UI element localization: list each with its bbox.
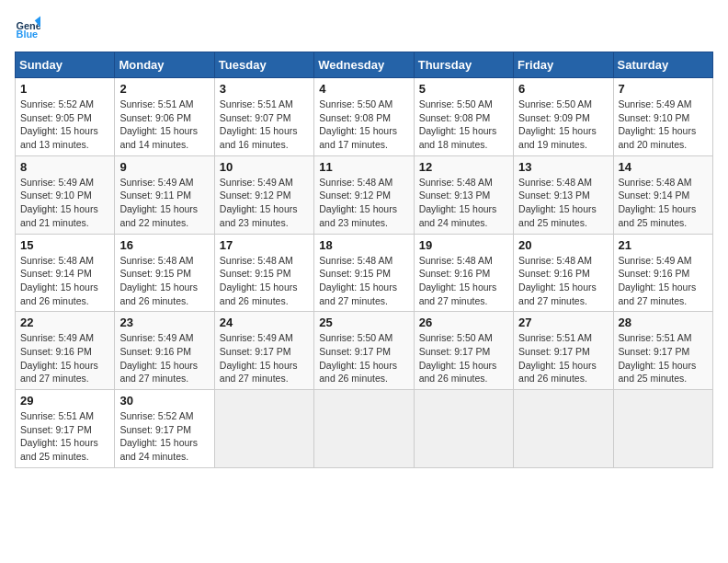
day-info: Sunrise: 5:48 AMSunset: 9:16 PMDaylight:…: [518, 254, 608, 308]
calendar-cell-24: 24Sunrise: 5:49 AMSunset: 9:17 PMDayligh…: [214, 312, 313, 390]
day-info: Sunrise: 5:52 AMSunset: 9:05 PMDaylight:…: [20, 98, 109, 152]
calendar-cell-18: 18Sunrise: 5:48 AMSunset: 9:15 PMDayligh…: [314, 234, 414, 312]
day-info: Sunrise: 5:52 AMSunset: 9:17 PMDaylight:…: [119, 409, 209, 464]
day-number: 7: [619, 82, 708, 96]
logo: General Blue: [15, 15, 40, 40]
empty-cell: [613, 390, 712, 468]
weekday-friday: Friday: [514, 52, 613, 78]
day-info: Sunrise: 5:48 AMSunset: 9:16 PMDaylight:…: [419, 254, 508, 308]
calendar-cell-1: 1Sunrise: 5:52 AMSunset: 9:05 PMDaylight…: [16, 78, 115, 156]
day-info: Sunrise: 5:49 AMSunset: 9:10 PMDaylight:…: [20, 176, 109, 230]
day-number: 20: [518, 238, 608, 252]
calendar-cell-10: 10Sunrise: 5:49 AMSunset: 9:12 PMDayligh…: [214, 155, 313, 234]
day-number: 19: [419, 238, 508, 252]
day-number: 18: [319, 238, 408, 252]
day-info: Sunrise: 5:50 AMSunset: 9:17 PMDaylight:…: [419, 331, 508, 385]
calendar-cell-5: 5Sunrise: 5:50 AMSunset: 9:08 PMDaylight…: [414, 78, 513, 156]
day-number: 28: [619, 316, 708, 329]
day-info: Sunrise: 5:49 AMSunset: 9:17 PMDaylight:…: [220, 331, 309, 385]
calendar-cell-3: 3Sunrise: 5:51 AMSunset: 9:07 PMDaylight…: [214, 78, 313, 156]
day-number: 11: [319, 160, 408, 174]
calendar-cell-11: 11Sunrise: 5:48 AMSunset: 9:12 PMDayligh…: [314, 155, 414, 234]
day-number: 1: [20, 82, 109, 96]
calendar-cell-25: 25Sunrise: 5:50 AMSunset: 9:17 PMDayligh…: [314, 312, 414, 390]
day-number: 4: [319, 82, 408, 96]
calendar-cell-20: 20Sunrise: 5:48 AMSunset: 9:16 PMDayligh…: [514, 234, 613, 312]
weekday-tuesday: Tuesday: [214, 52, 313, 78]
calendar-cell-4: 4Sunrise: 5:50 AMSunset: 9:08 PMDaylight…: [314, 78, 414, 156]
day-number: 23: [119, 316, 209, 329]
empty-cell: [414, 390, 513, 468]
calendar-cell-30: 30Sunrise: 5:52 AMSunset: 9:17 PMDayligh…: [115, 390, 214, 468]
empty-cell: [314, 390, 414, 468]
day-number: 25: [319, 316, 408, 329]
calendar-cell-13: 13Sunrise: 5:48 AMSunset: 9:13 PMDayligh…: [514, 155, 613, 234]
day-info: Sunrise: 5:48 AMSunset: 9:13 PMDaylight:…: [518, 176, 608, 230]
svg-text:Blue: Blue: [17, 29, 39, 40]
calendar-cell-6: 6Sunrise: 5:50 AMSunset: 9:09 PMDaylight…: [514, 78, 613, 156]
calendar-week-2: 15Sunrise: 5:48 AMSunset: 9:14 PMDayligh…: [16, 234, 713, 312]
day-info: Sunrise: 5:48 AMSunset: 9:15 PMDaylight:…: [220, 254, 309, 308]
day-info: Sunrise: 5:48 AMSunset: 9:15 PMDaylight:…: [319, 254, 408, 308]
calendar-cell-19: 19Sunrise: 5:48 AMSunset: 9:16 PMDayligh…: [414, 234, 513, 312]
day-info: Sunrise: 5:51 AMSunset: 9:17 PMDaylight:…: [518, 331, 608, 385]
day-number: 6: [518, 82, 608, 96]
day-info: Sunrise: 5:49 AMSunset: 9:10 PMDaylight:…: [619, 98, 708, 152]
day-info: Sunrise: 5:50 AMSunset: 9:09 PMDaylight:…: [518, 98, 608, 152]
day-number: 17: [220, 238, 309, 252]
calendar-cell-9: 9Sunrise: 5:49 AMSunset: 9:11 PMDaylight…: [115, 155, 214, 234]
day-number: 3: [220, 82, 309, 96]
calendar-cell-14: 14Sunrise: 5:48 AMSunset: 9:14 PMDayligh…: [613, 155, 712, 234]
weekday-sunday: Sunday: [16, 52, 115, 78]
empty-cell: [214, 390, 313, 468]
weekday-monday: Monday: [115, 52, 214, 78]
day-info: Sunrise: 5:48 AMSunset: 9:14 PMDaylight:…: [20, 254, 109, 308]
day-info: Sunrise: 5:51 AMSunset: 9:06 PMDaylight:…: [119, 98, 209, 152]
calendar-cell-12: 12Sunrise: 5:48 AMSunset: 9:13 PMDayligh…: [414, 155, 513, 234]
day-number: 8: [20, 160, 109, 174]
weekday-header-row: SundayMondayTuesdayWednesdayThursdayFrid…: [16, 52, 713, 78]
day-number: 22: [20, 316, 109, 329]
weekday-saturday: Saturday: [613, 52, 712, 78]
day-info: Sunrise: 5:51 AMSunset: 9:17 PMDaylight:…: [20, 409, 109, 464]
calendar-cell-8: 8Sunrise: 5:49 AMSunset: 9:10 PMDaylight…: [16, 155, 115, 234]
calendar-cell-7: 7Sunrise: 5:49 AMSunset: 9:10 PMDaylight…: [613, 78, 712, 156]
day-info: Sunrise: 5:49 AMSunset: 9:11 PMDaylight:…: [119, 176, 209, 230]
day-info: Sunrise: 5:48 AMSunset: 9:13 PMDaylight:…: [419, 176, 508, 230]
calendar-cell-17: 17Sunrise: 5:48 AMSunset: 9:15 PMDayligh…: [214, 234, 313, 312]
calendar-cell-22: 22Sunrise: 5:49 AMSunset: 9:16 PMDayligh…: [16, 312, 115, 390]
day-info: Sunrise: 5:49 AMSunset: 9:16 PMDaylight:…: [619, 254, 708, 308]
calendar-week-0: 1Sunrise: 5:52 AMSunset: 9:05 PMDaylight…: [16, 78, 713, 156]
calendar-cell-26: 26Sunrise: 5:50 AMSunset: 9:17 PMDayligh…: [414, 312, 513, 390]
day-info: Sunrise: 5:51 AMSunset: 9:17 PMDaylight:…: [619, 331, 708, 385]
calendar-week-4: 29Sunrise: 5:51 AMSunset: 9:17 PMDayligh…: [16, 390, 713, 468]
day-info: Sunrise: 5:50 AMSunset: 9:08 PMDaylight:…: [419, 98, 508, 152]
page-header: General Blue: [15, 15, 713, 40]
day-number: 29: [20, 394, 109, 408]
calendar-cell-21: 21Sunrise: 5:49 AMSunset: 9:16 PMDayligh…: [613, 234, 712, 312]
day-number: 21: [619, 238, 708, 252]
empty-cell: [514, 390, 613, 468]
weekday-thursday: Thursday: [414, 52, 513, 78]
day-info: Sunrise: 5:48 AMSunset: 9:12 PMDaylight:…: [319, 176, 408, 230]
calendar-table: SundayMondayTuesdayWednesdayThursdayFrid…: [15, 52, 713, 468]
weekday-wednesday: Wednesday: [314, 52, 414, 78]
day-number: 12: [419, 160, 508, 174]
day-info: Sunrise: 5:48 AMSunset: 9:15 PMDaylight:…: [119, 254, 209, 308]
day-number: 10: [220, 160, 309, 174]
day-number: 15: [20, 238, 109, 252]
calendar-cell-27: 27Sunrise: 5:51 AMSunset: 9:17 PMDayligh…: [514, 312, 613, 390]
calendar-cell-29: 29Sunrise: 5:51 AMSunset: 9:17 PMDayligh…: [16, 390, 115, 468]
day-number: 9: [119, 160, 209, 174]
day-info: Sunrise: 5:50 AMSunset: 9:08 PMDaylight:…: [319, 98, 408, 152]
day-info: Sunrise: 5:49 AMSunset: 9:16 PMDaylight:…: [119, 331, 209, 385]
day-number: 5: [419, 82, 508, 96]
calendar-cell-23: 23Sunrise: 5:49 AMSunset: 9:16 PMDayligh…: [115, 312, 214, 390]
calendar-week-3: 22Sunrise: 5:49 AMSunset: 9:16 PMDayligh…: [16, 312, 713, 390]
calendar-cell-2: 2Sunrise: 5:51 AMSunset: 9:06 PMDaylight…: [115, 78, 214, 156]
day-number: 30: [119, 394, 209, 408]
day-number: 26: [419, 316, 508, 329]
day-info: Sunrise: 5:51 AMSunset: 9:07 PMDaylight:…: [220, 98, 309, 152]
day-info: Sunrise: 5:50 AMSunset: 9:17 PMDaylight:…: [319, 331, 408, 385]
day-number: 2: [119, 82, 209, 96]
